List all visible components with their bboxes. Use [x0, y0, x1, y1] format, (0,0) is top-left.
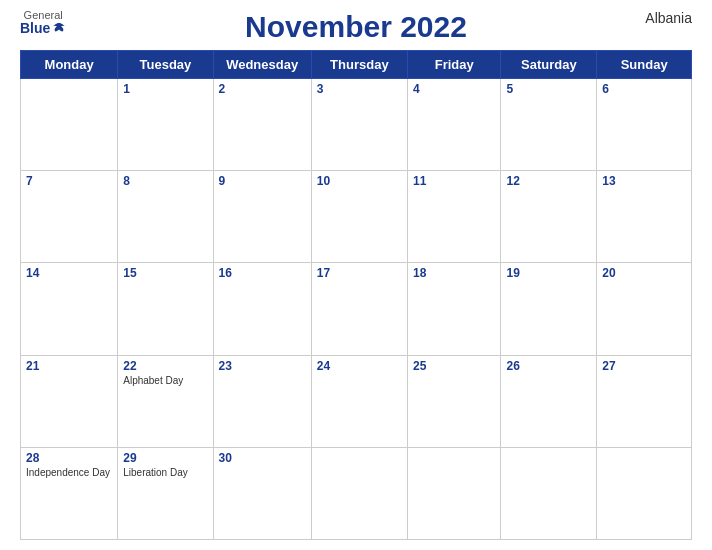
- calendar-day-cell: 9: [213, 171, 311, 263]
- weekday-header-wednesday: Wednesday: [213, 51, 311, 79]
- day-number: 23: [219, 359, 306, 373]
- day-number: 16: [219, 266, 306, 280]
- calendar-day-cell: 21: [21, 355, 118, 447]
- day-number: 30: [219, 451, 306, 465]
- day-number: 25: [413, 359, 496, 373]
- calendar-day-cell: 15: [118, 263, 213, 355]
- calendar-day-cell: 23: [213, 355, 311, 447]
- calendar-day-cell: 14: [21, 263, 118, 355]
- day-number: 14: [26, 266, 112, 280]
- calendar-day-cell: 20: [597, 263, 692, 355]
- calendar-day-cell: 4: [407, 79, 501, 171]
- calendar-day-cell: 10: [311, 171, 407, 263]
- calendar-header-row: MondayTuesdayWednesdayThursdayFridaySatu…: [21, 51, 692, 79]
- calendar-day-cell: 22Alphabet Day: [118, 355, 213, 447]
- weekday-header-saturday: Saturday: [501, 51, 597, 79]
- day-number: 6: [602, 82, 686, 96]
- calendar-day-cell: 19: [501, 263, 597, 355]
- calendar-day-cell: 2: [213, 79, 311, 171]
- day-number: 21: [26, 359, 112, 373]
- day-number: 28: [26, 451, 112, 465]
- calendar-day-cell: 12: [501, 171, 597, 263]
- day-event: Alphabet Day: [123, 375, 207, 386]
- calendar-day-cell: 18: [407, 263, 501, 355]
- logo: General Blue: [20, 10, 66, 35]
- day-number: 17: [317, 266, 402, 280]
- calendar-day-cell: 25: [407, 355, 501, 447]
- day-number: 22: [123, 359, 207, 373]
- calendar-title: November 2022: [245, 10, 467, 44]
- calendar-week-row: 123456: [21, 79, 692, 171]
- day-number: 1: [123, 82, 207, 96]
- calendar-week-row: 28Independence Day29Liberation Day30: [21, 447, 692, 539]
- day-number: 8: [123, 174, 207, 188]
- day-number: 12: [506, 174, 591, 188]
- day-number: 20: [602, 266, 686, 280]
- calendar-week-row: 2122Alphabet Day2324252627: [21, 355, 692, 447]
- calendar-day-cell: 8: [118, 171, 213, 263]
- country-label: Albania: [645, 10, 692, 26]
- day-number: 11: [413, 174, 496, 188]
- calendar-day-cell: [597, 447, 692, 539]
- logo-blue-text: Blue: [20, 21, 66, 35]
- calendar-day-cell: 24: [311, 355, 407, 447]
- day-number: 5: [506, 82, 591, 96]
- calendar-week-row: 14151617181920: [21, 263, 692, 355]
- calendar-day-cell: 27: [597, 355, 692, 447]
- weekday-header-monday: Monday: [21, 51, 118, 79]
- day-number: 4: [413, 82, 496, 96]
- calendar-day-cell: 30: [213, 447, 311, 539]
- calendar-day-cell: 16: [213, 263, 311, 355]
- calendar-day-cell: [501, 447, 597, 539]
- calendar-day-cell: 11: [407, 171, 501, 263]
- weekday-header-friday: Friday: [407, 51, 501, 79]
- day-number: 3: [317, 82, 402, 96]
- calendar-day-cell: 1: [118, 79, 213, 171]
- calendar-day-cell: 28Independence Day: [21, 447, 118, 539]
- calendar-day-cell: 26: [501, 355, 597, 447]
- weekday-header-sunday: Sunday: [597, 51, 692, 79]
- day-number: 18: [413, 266, 496, 280]
- calendar-day-cell: 13: [597, 171, 692, 263]
- day-event: Independence Day: [26, 467, 112, 478]
- calendar-table: MondayTuesdayWednesdayThursdayFridaySatu…: [20, 50, 692, 540]
- day-number: 27: [602, 359, 686, 373]
- day-number: 29: [123, 451, 207, 465]
- calendar-day-cell: 6: [597, 79, 692, 171]
- calendar-day-cell: 3: [311, 79, 407, 171]
- day-number: 2: [219, 82, 306, 96]
- calendar-day-cell: 17: [311, 263, 407, 355]
- calendar-header: General Blue November 2022 Albania: [20, 10, 692, 44]
- calendar-day-cell: 7: [21, 171, 118, 263]
- calendar-day-cell: [311, 447, 407, 539]
- calendar-day-cell: [407, 447, 501, 539]
- day-number: 9: [219, 174, 306, 188]
- calendar-day-cell: 29Liberation Day: [118, 447, 213, 539]
- weekday-header-thursday: Thursday: [311, 51, 407, 79]
- day-event: Liberation Day: [123, 467, 207, 478]
- calendar-week-row: 78910111213: [21, 171, 692, 263]
- day-number: 26: [506, 359, 591, 373]
- weekday-header-tuesday: Tuesday: [118, 51, 213, 79]
- logo-bird-icon: [52, 21, 66, 35]
- day-number: 13: [602, 174, 686, 188]
- day-number: 7: [26, 174, 112, 188]
- calendar-day-cell: 5: [501, 79, 597, 171]
- calendar-body: 12345678910111213141516171819202122Alpha…: [21, 79, 692, 540]
- day-number: 15: [123, 266, 207, 280]
- day-number: 10: [317, 174, 402, 188]
- day-number: 24: [317, 359, 402, 373]
- calendar-day-cell: [21, 79, 118, 171]
- day-number: 19: [506, 266, 591, 280]
